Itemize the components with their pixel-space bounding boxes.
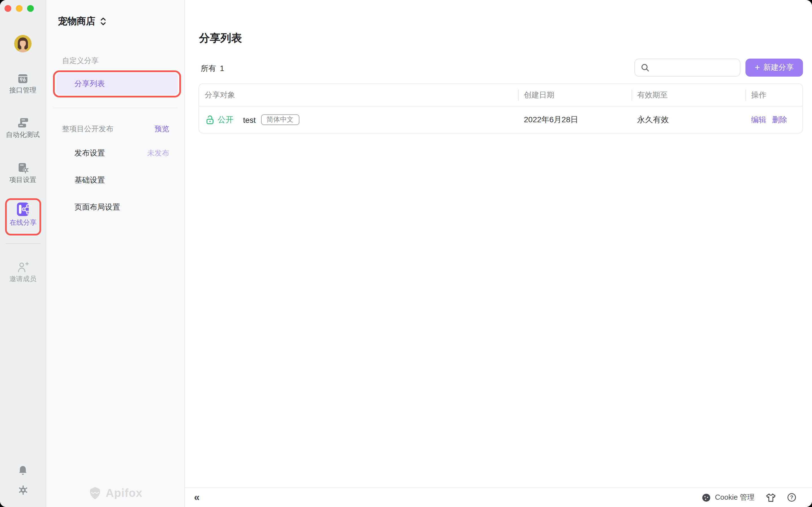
project-settings-icon	[0, 162, 46, 173]
publish-settings-label: 发布设置	[74, 148, 105, 158]
apifox-fox-icon	[88, 486, 102, 500]
cookie-management-label[interactable]: Cookie 管理	[715, 492, 755, 503]
unpublished-badge: 未发布	[147, 148, 169, 158]
basic-settings-label: 基础设置	[74, 175, 105, 185]
sidebar-item-label: 项目设置	[0, 176, 46, 184]
chevron-updown-icon	[100, 17, 106, 26]
actions-cell: 编辑 删除	[746, 115, 802, 125]
project-switcher[interactable]: 宠物商店	[58, 15, 106, 27]
created-date-cell: 2022年6月28日	[518, 115, 631, 125]
sidebar-item-page-layout-settings[interactable]: 页面布局设置	[74, 202, 169, 212]
filter-all-label: 所有	[201, 64, 216, 73]
cookie-icon[interactable]	[702, 493, 711, 502]
language-tag: 简体中文	[261, 114, 299, 125]
new-share-label: 新建分享	[763, 62, 794, 73]
delete-link[interactable]: 删除	[772, 115, 787, 125]
help-glyph: ?	[790, 495, 794, 500]
bell-icon	[18, 465, 28, 475]
column-header-valid-until: 有效期至	[631, 84, 746, 106]
project-name: 宠物商店	[58, 15, 95, 27]
custom-share-section-header: 自定义分享	[62, 56, 99, 66]
main-content: 分享列表 所有1 + 新建分享 分享对象 创建日期 有效期至 操作	[185, 0, 812, 507]
automated-testing-icon	[0, 117, 46, 128]
search-icon	[641, 63, 650, 72]
theme-button[interactable]	[766, 493, 776, 502]
settings-button[interactable]	[0, 485, 46, 497]
help-icon: ?	[787, 493, 796, 502]
sidebar-item-label: 在线分享	[7, 218, 40, 228]
traffic-lights	[4, 5, 34, 12]
page-title: 分享列表	[199, 31, 242, 46]
notifications-button[interactable]	[0, 465, 46, 478]
close-button[interactable]	[4, 5, 11, 12]
filter-count: 1	[220, 64, 224, 73]
gear-icon	[18, 485, 28, 495]
secondary-sidebar: 宠物商店 自定义分享 分享列表 整项目公开发布 预览 发布设置 未发布 基础设置…	[46, 0, 185, 507]
valid-until: 永久有效	[637, 115, 669, 125]
column-header-actions: 操作	[746, 84, 802, 106]
filter-all[interactable]: 所有1	[201, 64, 224, 74]
api-management-icon	[0, 73, 46, 84]
visibility-label: 公开	[218, 115, 234, 125]
apifox-logo: Apifox	[46, 486, 185, 500]
valid-until-cell: 永久有效	[631, 115, 746, 125]
sidebar-item-label: 邀请成员	[0, 275, 46, 283]
apifox-logo-text: Apifox	[106, 487, 142, 500]
avatar-image	[14, 35, 32, 52]
sidebar-item-label: 接口管理	[0, 86, 46, 94]
status-bar: « Cookie 管理 ?	[185, 487, 812, 507]
collapse-sidebar-button[interactable]: «	[194, 492, 199, 503]
left-rail: 接口管理 自动化测试	[0, 0, 46, 507]
search-input[interactable]	[650, 63, 740, 72]
share-list-highlight-annotation: 分享列表	[53, 70, 181, 98]
created-date: 2022年6月28日	[524, 115, 578, 125]
sidebar-item-automated-testing[interactable]: 自动化测试	[0, 117, 46, 138]
table-row: 公开 test 简体中文 2022年6月28日 永久有效 编辑 删除	[199, 107, 802, 133]
sidebar-item-api-management[interactable]: 接口管理	[0, 73, 46, 94]
share-list-label: 分享列表	[74, 79, 105, 89]
column-header-share-target: 分享对象	[199, 84, 518, 106]
plus-icon: +	[755, 63, 760, 72]
sidebar-item-label: 自动化测试	[0, 131, 46, 138]
sidebar-item-project-settings[interactable]: 项目设置	[0, 162, 46, 184]
sidebar-item-share-list[interactable]: 分享列表	[56, 73, 177, 95]
lock-open-icon	[206, 115, 214, 124]
preview-link[interactable]: 预览	[154, 124, 169, 134]
sidebar-item-invite-members[interactable]: 邀请成员	[0, 262, 46, 283]
sidebar-item-basic-settings[interactable]: 基础设置	[74, 175, 169, 185]
help-button[interactable]: ?	[787, 493, 796, 502]
sidebar-item-publish-settings[interactable]: 发布设置 未发布	[74, 148, 169, 158]
new-share-button[interactable]: + 新建分享	[746, 59, 803, 76]
rail-divider	[6, 243, 41, 244]
project-publish-section-header: 整项目公开发布	[62, 124, 113, 134]
share-target-cell: 公开 test 简体中文	[199, 114, 518, 125]
project-publish-row: 整项目公开发布 预览	[62, 124, 169, 134]
table-header: 分享对象 创建日期 有效期至 操作	[199, 84, 802, 107]
sidebar-divider	[53, 108, 177, 108]
search-box	[635, 59, 741, 76]
column-header-created-date: 创建日期	[518, 84, 631, 106]
share-name: test	[243, 115, 256, 124]
share-table: 分享对象 创建日期 有效期至 操作 公开 test 简体中文 202	[199, 83, 803, 133]
status-bar-right: Cookie 管理 ?	[702, 492, 796, 503]
zoom-button[interactable]	[27, 5, 34, 12]
invite-member-icon	[0, 262, 46, 273]
app-window: 接口管理 自动化测试	[0, 0, 812, 507]
avatar[interactable]	[14, 35, 32, 52]
edit-link[interactable]: 编辑	[751, 115, 766, 125]
tshirt-icon	[766, 493, 776, 502]
sidebar-item-online-share-active[interactable]: 在线分享	[5, 198, 41, 235]
minimize-button[interactable]	[16, 5, 22, 12]
page-layout-settings-label: 页面布局设置	[74, 202, 120, 212]
online-share-icon	[7, 202, 40, 217]
